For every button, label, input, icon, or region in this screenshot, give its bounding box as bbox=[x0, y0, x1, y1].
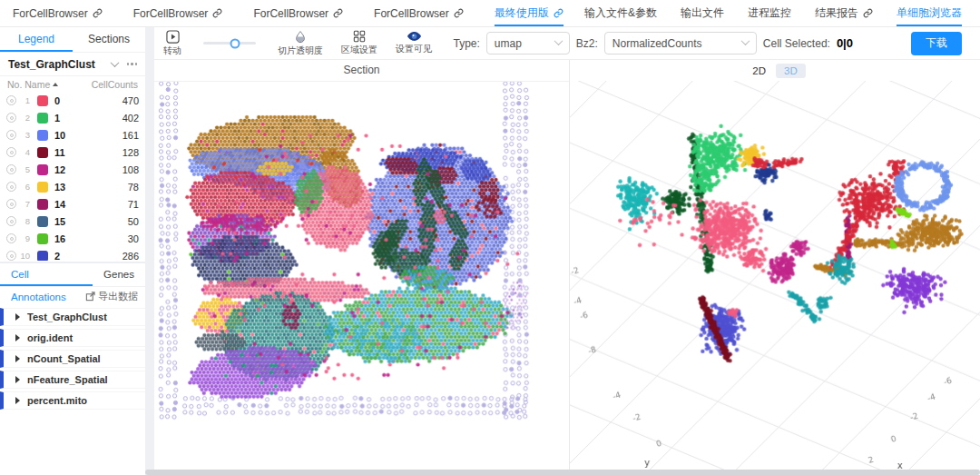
region-settings-button[interactable]: 区域设置 bbox=[341, 30, 377, 56]
annotation-item[interactable]: percent.mito bbox=[0, 391, 145, 410]
cluster-color-swatch bbox=[37, 251, 48, 262]
tab-legend[interactable]: Legend bbox=[0, 27, 73, 52]
row-index: 1 bbox=[20, 95, 30, 105]
type-label: Type: bbox=[453, 37, 479, 50]
legend-row[interactable]: 310161 bbox=[0, 126, 145, 143]
legend-row[interactable]: 10470 bbox=[0, 92, 145, 109]
annotation-item[interactable]: orig.ident bbox=[0, 329, 145, 347]
cluster-name: 0 bbox=[54, 95, 119, 106]
slider-knob[interactable] bbox=[230, 38, 240, 48]
toggle-3d[interactable]: 3D bbox=[776, 64, 806, 78]
tab-cell-annotations[interactable]: Cell Annotations bbox=[0, 263, 93, 286]
nav-tab[interactable]: 结果报告 bbox=[815, 0, 873, 26]
visibility-toggle-icon[interactable] bbox=[6, 233, 16, 243]
expand-arrow-icon[interactable] bbox=[15, 397, 20, 404]
cluster-name: 2 bbox=[54, 251, 119, 262]
cluster-name: 1 bbox=[54, 113, 119, 124]
dataset-name: Test_GraphClust bbox=[8, 58, 112, 71]
row-index: 5 bbox=[20, 164, 30, 174]
visibility-toggle-icon[interactable] bbox=[6, 130, 16, 140]
download-button[interactable]: 下载 bbox=[911, 32, 962, 55]
legend-rows: 1047021402310161411128512108613787147181… bbox=[0, 92, 145, 261]
dataset-selector[interactable]: Test_GraphClust bbox=[0, 53, 145, 76]
legend-row[interactable]: 512108 bbox=[0, 161, 145, 178]
sort-ascending-icon[interactable] bbox=[53, 83, 58, 86]
annotation-label: nCount_Spatial bbox=[27, 353, 101, 364]
opacity-slider[interactable] bbox=[203, 42, 256, 45]
nav-tab[interactable]: ForCellBrowser bbox=[133, 0, 223, 26]
nav-tab[interactable]: 单细胞浏览器 bbox=[897, 0, 962, 26]
visibility-toggle-icon[interactable] bbox=[6, 251, 16, 261]
expand-arrow-icon[interactable] bbox=[15, 334, 20, 341]
cell-count: 78 bbox=[128, 182, 139, 193]
cluster-color-swatch bbox=[37, 182, 48, 193]
nav-tab[interactable]: ForCellBrowser bbox=[374, 0, 464, 26]
nav-tab[interactable]: 输出文件 bbox=[681, 0, 724, 26]
tab-sections[interactable]: Sections bbox=[73, 27, 145, 52]
cluster-name: 10 bbox=[54, 130, 119, 141]
nav-tab[interactable]: 进程监控 bbox=[748, 0, 791, 26]
link-icon bbox=[93, 8, 103, 18]
type-select[interactable]: umap bbox=[486, 32, 570, 54]
set-visible-button[interactable]: 设置可见 bbox=[396, 31, 432, 55]
nav-tab[interactable]: ForCellBrowser bbox=[13, 0, 103, 26]
legend-row[interactable]: 411128 bbox=[0, 143, 145, 161]
legend-row[interactable]: 102286 bbox=[0, 247, 145, 261]
legend-row[interactable]: 71471 bbox=[0, 195, 145, 213]
nav-tab[interactable]: 最终使用版 bbox=[495, 0, 564, 26]
cluster-name: 11 bbox=[54, 147, 119, 158]
umap-3d-canvas[interactable] bbox=[570, 81, 980, 475]
spatial-plot-canvas[interactable] bbox=[154, 82, 569, 474]
cluster-color-swatch bbox=[37, 199, 48, 210]
visibility-toggle-icon[interactable] bbox=[6, 199, 16, 209]
link-icon bbox=[863, 8, 873, 18]
cell-count: 30 bbox=[128, 233, 139, 244]
cluster-name: 13 bbox=[54, 182, 124, 193]
nav-tab-label: ForCellBrowser bbox=[253, 7, 328, 20]
cell-count: 108 bbox=[122, 164, 139, 175]
legend-row[interactable]: 91630 bbox=[0, 230, 145, 247]
tab-genes[interactable]: Genes bbox=[93, 263, 145, 286]
cell-selected-value: 0|0 bbox=[837, 36, 853, 50]
toggle-2d[interactable]: 2D bbox=[744, 64, 774, 78]
visibility-toggle-icon[interactable] bbox=[6, 113, 16, 123]
annotations-panel: Cell Annotations Genes 导出数据 Test_GraphCl… bbox=[0, 262, 145, 475]
nav-tab-label: 单细胞浏览器 bbox=[897, 5, 962, 21]
annotation-item[interactable]: nFeature_Spatial bbox=[0, 371, 145, 389]
visibility-toggle-icon[interactable] bbox=[6, 164, 16, 174]
nav-tab-label: ForCellBrowser bbox=[374, 7, 449, 20]
bz2-value: NormalizedCounts bbox=[612, 37, 737, 50]
visibility-toggle-icon[interactable] bbox=[6, 216, 16, 226]
visibility-toggle-icon[interactable] bbox=[6, 95, 16, 105]
nav-tab[interactable]: ForCellBrowser bbox=[253, 0, 343, 26]
horizontal-scrollbar[interactable] bbox=[145, 470, 980, 475]
expand-arrow-icon[interactable] bbox=[15, 313, 20, 321]
more-options-icon[interactable] bbox=[127, 63, 138, 65]
cell-count: 50 bbox=[128, 216, 139, 227]
nav-tab[interactable]: 输入文件&参数 bbox=[584, 0, 657, 26]
rotate-label: 转动 bbox=[163, 45, 181, 57]
expand-arrow-icon[interactable] bbox=[15, 376, 20, 383]
cell-count: 286 bbox=[122, 251, 139, 262]
export-icon bbox=[85, 292, 95, 302]
legend-row[interactable]: 21402 bbox=[0, 109, 145, 126]
nav-tab-label: ForCellBrowser bbox=[13, 7, 88, 20]
annotation-item[interactable]: nCount_Spatial bbox=[0, 350, 145, 368]
chevron-down-icon[interactable] bbox=[110, 58, 119, 67]
annotation-label: nFeature_Spatial bbox=[27, 374, 108, 385]
slice-opacity-button[interactable]: 切片透明度 bbox=[278, 30, 323, 57]
annotation-item[interactable]: Test_GraphClust bbox=[0, 308, 145, 326]
visibility-toggle-icon[interactable] bbox=[6, 147, 16, 157]
expand-arrow-icon[interactable] bbox=[15, 355, 20, 362]
bz2-select[interactable]: NormalizedCounts bbox=[604, 32, 757, 54]
top-nav: ForCellBrowserForCellBrowserForCellBrows… bbox=[0, 0, 980, 27]
cell-count: 402 bbox=[122, 113, 139, 124]
plot-panels: Section 2D 3D bbox=[154, 60, 980, 475]
legend-row[interactable]: 81550 bbox=[0, 213, 145, 230]
row-index: 6 bbox=[20, 182, 30, 192]
rotate-button[interactable]: 转动 bbox=[163, 30, 181, 57]
umap-plot-panel: 2D 3D bbox=[570, 60, 980, 475]
visibility-toggle-icon[interactable] bbox=[6, 182, 16, 192]
legend-row[interactable]: 61378 bbox=[0, 178, 145, 195]
play-icon bbox=[166, 30, 180, 44]
